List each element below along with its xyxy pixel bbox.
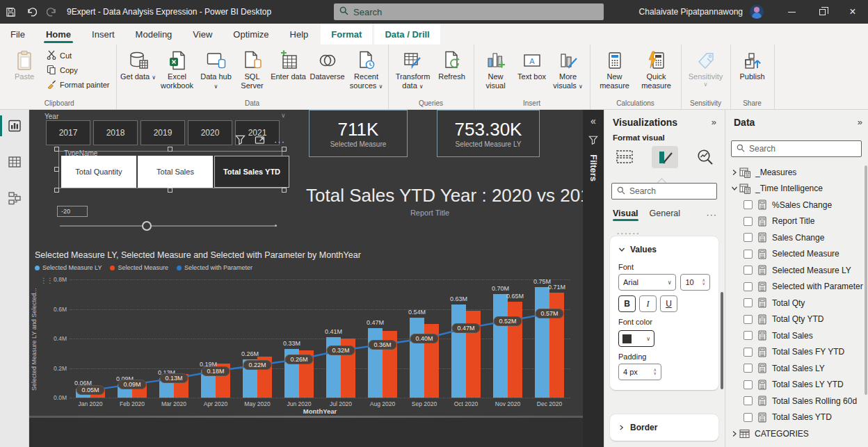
fields-tab-icon[interactable] [611, 146, 638, 168]
format-painter-button[interactable]: Format painter [44, 79, 113, 91]
save-icon[interactable] [0, 0, 21, 24]
selection-handle[interactable] [54, 147, 59, 152]
data-tree-item-total-sales-fy-ytd[interactable]: Total Sales FY YTD [725, 344, 865, 361]
parameter-value-input[interactable]: -20 [57, 206, 88, 217]
tab-modeling[interactable]: Modeling [125, 24, 183, 44]
data-tree-item--time-intelligence[interactable]: _Time Intelligence [725, 181, 865, 197]
collapse-pane-icon[interactable]: » [712, 117, 716, 127]
kpi-card-selected-measure[interactable]: 711K Selected Measure [309, 110, 408, 157]
data-tree-item-total-qty-ytd[interactable]: Total Qty YTD [725, 311, 865, 328]
chevron-right-icon[interactable] [730, 430, 739, 437]
new-measure-button[interactable]: New measure [594, 47, 636, 90]
tab-general[interactable]: General [650, 209, 680, 221]
minimize-button[interactable] [776, 0, 807, 24]
filters-funnel-icon[interactable] [588, 135, 598, 147]
analytics-tab-icon[interactable] [692, 146, 718, 168]
data-tree-item-total-sales-rolling-60d[interactable]: Total Sales Rolling 60d [725, 393, 865, 409]
expand-filters-icon[interactable]: « [590, 115, 596, 127]
filters-pane-label[interactable]: Filters [588, 154, 599, 181]
get-data-button[interactable]: Get data ∨ [120, 47, 156, 82]
model-view-button[interactable] [3, 188, 26, 209]
trend-line[interactable] [70, 279, 570, 398]
year-button-2019[interactable]: 2019 [140, 120, 185, 145]
publish-button[interactable]: Publish [734, 47, 771, 81]
tab-home[interactable]: Home [35, 24, 81, 44]
account-name[interactable]: Chalaivate Pipatpannawong [639, 7, 743, 17]
values-section-header[interactable]: Values [610, 236, 718, 257]
data-tree-item-selected-with-parameter[interactable]: Selected with Parameter [725, 279, 865, 295]
data-tree-item-selected-measure-ly[interactable]: Selected Measure LY [725, 262, 865, 279]
year-button-2017[interactable]: 2017 [46, 120, 90, 145]
transform-data-button[interactable]: Transform data ∨ [392, 47, 434, 91]
tab-help[interactable]: Help [280, 24, 319, 44]
refresh-button[interactable]: Refresh [434, 47, 470, 81]
format-tabs-more-icon[interactable]: ··· [707, 210, 718, 220]
more-options-icon[interactable]: ··· [274, 136, 285, 147]
field-checkbox[interactable] [744, 298, 753, 307]
legend-item[interactable]: Selected with Parameter [177, 264, 252, 271]
data-hub-button[interactable]: Data hub ∨ [198, 47, 234, 91]
data-tree-item-selected-measure[interactable]: Selected Measure [725, 246, 865, 263]
quick-measure-button[interactable]: Quick measure [636, 47, 677, 90]
format-search-input[interactable] [629, 186, 712, 196]
tab-view[interactable]: View [182, 24, 223, 44]
data-tree-item-categories[interactable]: CATEGORIES [725, 425, 865, 442]
kpi-card-selected-measure-ly[interactable]: 753.30K Selected Measure LY [437, 110, 540, 157]
recent-sources-button[interactable]: Recent sources ∨ [348, 47, 385, 91]
report-canvas[interactable]: Year ∨ 20172018201920202021 ··· [29, 110, 583, 447]
field-checkbox[interactable] [744, 396, 753, 405]
selection-handle[interactable] [282, 147, 287, 152]
underline-button[interactable]: U [660, 295, 677, 312]
field-checkbox[interactable] [744, 348, 753, 357]
sensitivity-button[interactable]: Sensitivity ∨ [685, 47, 727, 88]
new-visual-button[interactable]: New visual [478, 47, 514, 90]
data-tree-item-total-sales-ly[interactable]: Total Sales LY [725, 360, 865, 377]
data-tree-item-sales-change[interactable]: Sales Change [725, 229, 865, 246]
chevron-right-icon[interactable] [730, 169, 739, 176]
spinner-arrows-icon[interactable]: ∧∨ [654, 368, 657, 375]
type-button[interactable]: Total Sales YTD [214, 156, 289, 188]
data-tree-item-total-sales-ytd[interactable]: Total Sales YTD [725, 409, 865, 426]
more-visuals-button[interactable]: More visuals ∨ [550, 47, 586, 91]
data-tree-item--sales-change[interactable]: %Sales Change [725, 197, 865, 213]
field-checkbox[interactable] [744, 250, 753, 259]
tab-file[interactable]: File [0, 24, 35, 44]
format-tab-icon[interactable] [652, 146, 678, 168]
field-checkbox[interactable] [744, 413, 753, 422]
type-button[interactable]: Total Sales [138, 156, 213, 188]
account-avatar[interactable] [750, 5, 764, 19]
chevron-down-icon[interactable] [730, 185, 739, 192]
slider-track[interactable] [60, 225, 277, 227]
redo-icon[interactable] [42, 0, 63, 24]
font-color-picker[interactable]: ∨ [618, 330, 654, 347]
field-checkbox[interactable] [744, 233, 753, 242]
format-pane-scrollbar[interactable] [721, 292, 723, 389]
sql-server-button[interactable]: SQL Server [234, 47, 271, 90]
data-tree-item-total-qty[interactable]: Total Qty [725, 295, 865, 311]
dataverse-button[interactable]: Dataverse [307, 47, 348, 81]
tab-insert[interactable]: Insert [81, 24, 125, 44]
field-checkbox[interactable] [744, 282, 753, 291]
legend-item[interactable]: Selected Measure LY [35, 264, 102, 271]
table-view-button[interactable] [3, 152, 26, 172]
focus-mode-icon[interactable] [255, 135, 265, 147]
collapse-pane-icon[interactable]: » [858, 117, 862, 127]
undo-icon[interactable] [21, 0, 42, 24]
year-button-2018[interactable]: 2018 [93, 120, 138, 145]
copy-button[interactable]: Copy [44, 64, 113, 76]
cut-button[interactable]: Cut [44, 49, 113, 62]
selection-handle[interactable] [168, 188, 172, 193]
field-checkbox[interactable] [744, 380, 753, 389]
field-checkbox[interactable] [744, 200, 753, 209]
tab-visual[interactable]: Visual [613, 209, 638, 221]
italic-button[interactable]: I [639, 295, 657, 312]
field-checkbox[interactable] [744, 364, 753, 373]
font-size-spinner[interactable]: 10 ∧∨ [680, 274, 710, 291]
data-pane-scrollbar[interactable] [865, 165, 867, 395]
close-button[interactable]: × [837, 0, 868, 24]
legend-item[interactable]: Selected Measure [110, 264, 168, 271]
padding-spinner[interactable]: 4 px ∧∨ [618, 364, 661, 380]
tab-data-drill[interactable]: Data / Drill [374, 24, 440, 44]
slider-knob[interactable] [142, 221, 152, 231]
year-button-2020[interactable]: 2020 [188, 120, 232, 145]
